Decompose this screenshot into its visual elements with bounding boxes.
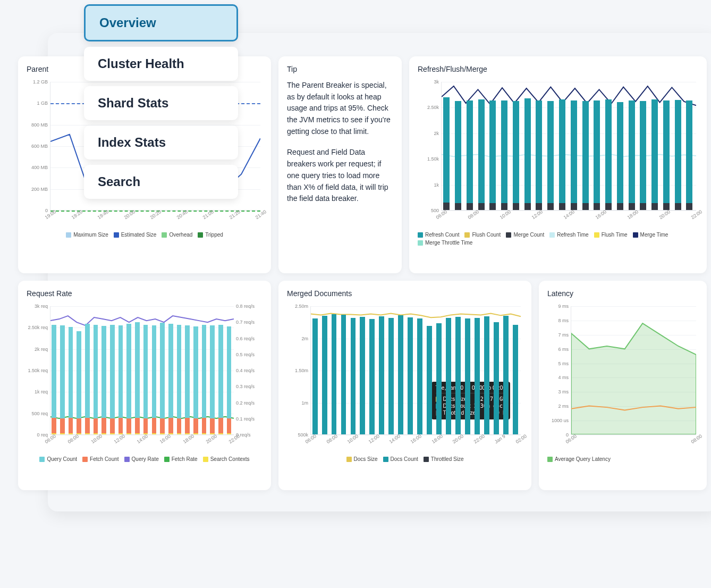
nav-cluster-health[interactable]: Cluster Health — [84, 47, 238, 81]
legend-latency: Average Query Latency — [547, 453, 698, 462]
chart-request-rate: 0 req500 req1k req1.50k req2k req2.50k r… — [27, 304, 263, 453]
tip-body: The Parent Breaker is special, as by def… — [287, 80, 393, 205]
panel-title-tip: Tip — [287, 65, 393, 73]
panel-tip: Tip The Parent Breaker is special, as by… — [278, 56, 402, 273]
nav-overview[interactable]: Overview — [84, 4, 238, 41]
section-dropdown: Overview Cluster Health Shard Stats Inde… — [84, 4, 238, 204]
panel-latency: Latency 01000 us2 ms3 ms4 ms5 ms6 ms7 ms… — [539, 281, 707, 490]
nav-index-stats[interactable]: Index Stats — [84, 125, 238, 159]
legend-merged-docs: Docs SizeDocs CountThrottled Size — [287, 453, 523, 462]
panel-title-lat: Latency — [547, 289, 698, 298]
legend-request-rate: Query CountFetch CountQuery RateFetch Ra… — [27, 453, 263, 462]
panel-title-md: Merged Documents — [287, 289, 523, 298]
tip-p2: Request and Field Data breakers work per… — [287, 147, 393, 204]
chart-merged-docs: Tue, Jan 10 02:00 to 03:00 Docs Size2.97… — [287, 304, 523, 453]
panel-merged-docs: Merged Documents Tue, Jan 10 02:00 to 03… — [278, 281, 531, 490]
nav-search[interactable]: Search — [84, 165, 238, 199]
nav-shard-stats[interactable]: Shard Stats — [84, 86, 238, 120]
panel-title-rr: Request Rate — [27, 289, 263, 298]
panel-rfm: Refresh/Flush/Merge 5001k1.50k2k2.50k3k0… — [409, 56, 707, 273]
panel-request-rate: Request Rate 0 req500 req1k req1.50k req… — [18, 281, 271, 490]
chart-rfm: 5001k1.50k2k2.50k3k06:0008:0010:0012:001… — [418, 80, 698, 229]
legend-rfm: Refresh CountFlush CountMerge CountRefre… — [418, 229, 698, 246]
panel-title-rfm: Refresh/Flush/Merge — [418, 65, 698, 73]
chart-latency: 01000 us2 ms3 ms4 ms5 ms6 ms7 ms8 ms9 ms… — [547, 304, 698, 453]
tip-p1: The Parent Breaker is special, as by def… — [287, 80, 393, 137]
legend-parent: Maximum SizeEstimated SizeOverheadTrippe… — [27, 229, 263, 238]
